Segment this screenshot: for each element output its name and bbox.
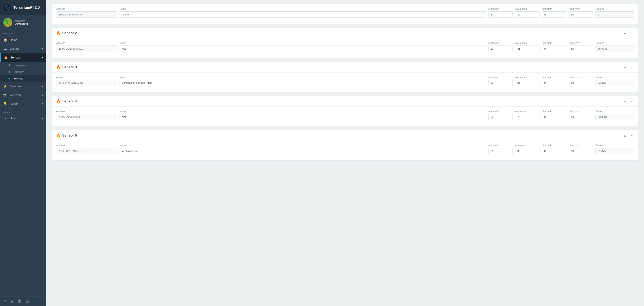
s5-limix-min-input[interactable]: [542, 148, 566, 154]
off-footer-icon[interactable]: ⏻: [25, 299, 29, 303]
top-address-input[interactable]: [56, 11, 117, 18]
s5-limix-min-col: Limix min: [542, 144, 566, 154]
s5-limix-max-input[interactable]: [569, 148, 593, 154]
switches-chevron-icon: ▾: [42, 85, 43, 88]
sidebar-item-switches[interactable]: ⚡ Switches ▾: [0, 82, 46, 91]
sidebar-item-home[interactable]: 🏠 Home: [0, 36, 46, 44]
sidebar: 🐾 TerrariumPI 2.0 🦎 Welcome, Daygecko GE…: [0, 0, 46, 306]
sidebar-sub-humidity[interactable]: Humidity: [0, 69, 46, 75]
top-limix-max-label: Limix max: [569, 8, 593, 10]
s5-alarm-max-input[interactable]: [515, 148, 540, 154]
sensor5-title: 🔥 Sensor 5: [56, 133, 77, 138]
sensor2-close-button[interactable]: ✕: [629, 31, 634, 35]
help-chevron-icon: ▾: [42, 117, 43, 120]
sidebar-item-weather[interactable]: ☁ Weather ▾: [0, 44, 46, 53]
s4-limix-max-label: Limix max: [569, 110, 593, 113]
s4-address-input[interactable]: [56, 114, 117, 120]
sensor2-title: 🔥 Sensor 2: [56, 31, 77, 35]
top-current-label: Current: [596, 8, 634, 10]
s4-alarm-min-col: Alarm min: [488, 110, 513, 120]
system-icon: 💡: [3, 102, 7, 106]
sidebar-item-sensors[interactable]: 🔥 Sensors ▾: [0, 53, 46, 62]
settings-footer-icon[interactable]: ⚙: [3, 299, 6, 303]
s5-name-label: Name: [120, 144, 486, 147]
s2-limix-min-input[interactable]: [542, 46, 566, 52]
s2-current-label: Current: [596, 42, 634, 45]
top-name-col: Name: [120, 8, 486, 18]
s2-alarm-max-input[interactable]: [515, 46, 540, 52]
s2-address-input[interactable]: [56, 46, 117, 52]
sensor5-header: 🔥 Sensor 5 ▲ ✕: [52, 130, 638, 141]
s5-alarm-min-input[interactable]: [488, 148, 513, 154]
s4-current-col: Current: [596, 110, 634, 120]
sensor5-close-button[interactable]: ✕: [629, 133, 634, 138]
settings-label: Settings: [14, 77, 23, 80]
s2-limix-max-input[interactable]: [569, 46, 593, 52]
settings-dot: [8, 78, 10, 80]
s4-alarm-min-input[interactable]: [488, 114, 513, 120]
sidebar-item-webcam[interactable]: 📷 Webcam ▾: [0, 91, 46, 99]
sensor4-body: Address Name Alarm min Alarm max: [52, 107, 638, 126]
s4-name-col: Name: [120, 110, 486, 120]
top-name-input[interactable]: [120, 11, 486, 18]
sensor3-fields-row: Address Name Alarm min Alarm max: [56, 76, 634, 86]
weather-chevron-icon: ▾: [42, 47, 43, 50]
s3-alarm-min-label: Alarm min: [488, 76, 513, 79]
top-alarm-min-input[interactable]: [488, 11, 513, 18]
sidebar-item-home-label: Home: [10, 38, 17, 42]
temperature-dot: [8, 64, 10, 66]
s2-name-col: Name: [120, 42, 486, 52]
s4-name-input[interactable]: [120, 114, 486, 120]
s5-current-input: [596, 148, 634, 154]
s4-limix-max-col: Limix max: [569, 110, 593, 120]
sensor4-close-button[interactable]: ✕: [629, 99, 634, 104]
s5-alarm-min-label: Alarm min: [488, 144, 513, 147]
top-alarm-max-input[interactable]: [515, 11, 540, 18]
top-name-label: Name: [120, 8, 486, 10]
sidebar-item-help-label: Help: [10, 117, 16, 120]
sensors-icon: 🔥: [4, 56, 8, 59]
s3-alarm-max-label: Alarm max: [515, 76, 540, 79]
sensor4-collapse-button[interactable]: ▲: [622, 99, 628, 104]
sidebar-sub-settings[interactable]: Settings: [0, 75, 46, 82]
top-address-label-col: Address: [56, 8, 117, 18]
sidebar-item-switches-label: Switches: [10, 85, 21, 88]
s4-limix-min-col: Limix min: [542, 110, 566, 120]
logo-emoji: 🐾: [4, 5, 10, 10]
user-info: Welcome, Daygecko: [14, 19, 28, 26]
humidity-label: Humidity: [14, 70, 24, 73]
user-profile: 🦎 Welcome, Daygecko: [0, 15, 46, 30]
expand-footer-icon[interactable]: ⊞: [10, 299, 14, 303]
top-limix-min-input[interactable]: [542, 11, 566, 18]
about-section-label: ABOUT: [0, 108, 46, 114]
sensor4-title: 🔥 Sensor 4: [56, 99, 77, 104]
s2-name-input[interactable]: [120, 46, 486, 52]
top-limix-max-input[interactable]: [569, 11, 593, 18]
avatar: 🦎: [3, 18, 12, 27]
s4-limix-min-input[interactable]: [542, 114, 566, 120]
s4-alarm-max-input[interactable]: [515, 114, 540, 120]
sensor5-actions: ▲ ✕: [622, 133, 634, 138]
s5-address-input[interactable]: [56, 148, 117, 154]
s3-limix-max-input[interactable]: [569, 80, 593, 86]
s3-address-input[interactable]: [56, 80, 117, 86]
s3-current-label: Current: [596, 76, 634, 79]
sensor2-collapse-button[interactable]: ▲: [622, 31, 628, 35]
sensor5-collapse-button[interactable]: ▲: [622, 133, 628, 138]
s5-alarm-max-col: Alarm max: [515, 144, 540, 154]
s3-name-input[interactable]: [120, 80, 486, 86]
power-footer-icon[interactable]: ⏻: [18, 299, 21, 303]
sensor3-close-button[interactable]: ✕: [629, 65, 634, 70]
sidebar-item-webcam-label: Webcam: [10, 94, 21, 97]
s3-alarm-max-input[interactable]: [515, 80, 540, 86]
sensor3-collapse-button[interactable]: ▲: [622, 65, 628, 70]
s3-alarm-min-input[interactable]: [488, 80, 513, 86]
sidebar-item-system[interactable]: 💡 System ▾: [0, 99, 46, 108]
sidebar-item-help[interactable]: ℹ Help ▾: [0, 114, 46, 123]
s2-name-label: Name: [120, 42, 486, 45]
sidebar-sub-temperature[interactable]: Temperature: [0, 62, 46, 69]
s5-name-input[interactable]: [120, 148, 486, 154]
s2-alarm-min-input[interactable]: [488, 46, 513, 52]
s4-limix-max-input[interactable]: [569, 114, 593, 120]
s3-limix-min-input[interactable]: [542, 80, 566, 86]
